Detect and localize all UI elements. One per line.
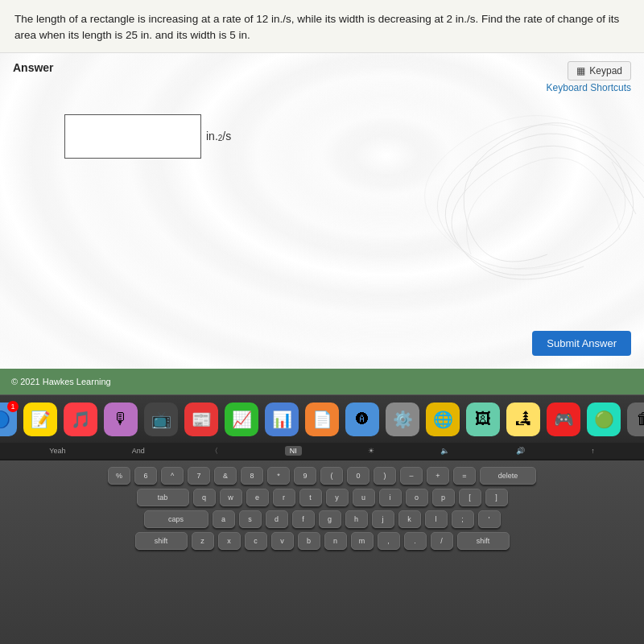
key-row-1: % 6 ^ 7 & 8 * 9 ( 0 ) – + = delete — [16, 467, 628, 485]
key-b[interactable]: b — [298, 532, 320, 550]
key-v[interactable]: v — [271, 532, 294, 550]
copyright-text: © 2021 Hawkes Learning — [11, 377, 111, 386]
keyboard: % 6 ^ 7 & 8 * 9 ( 0 ) – + = delete tab q… — [0, 460, 644, 644]
answer-input-box[interactable] — [64, 114, 201, 159]
key-row-3: caps a s d f g h j k l ; ' — [16, 510, 628, 528]
key-row-2: tab q w e r t y u i o p [ ] — [16, 489, 628, 506]
key-p[interactable]: p — [432, 489, 455, 506]
key-7[interactable]: 7 — [188, 467, 210, 485]
app-content: The length of a rectangle is increasing … — [0, 0, 644, 394]
key-lparen[interactable]: ( — [320, 467, 343, 485]
key-q[interactable]: q — [193, 489, 216, 506]
keyboard-shortcuts-link[interactable]: Keyboard Shortcuts — [547, 82, 631, 93]
tb-ni[interactable]: NI — [285, 446, 302, 456]
answer-label: Answer — [13, 61, 54, 74]
key-semi[interactable]: ; — [452, 510, 474, 528]
key-tab[interactable]: tab — [137, 489, 189, 506]
key-period[interactable]: . — [404, 532, 427, 550]
key-lbracket[interactable]: [ — [459, 489, 481, 506]
key-e[interactable]: e — [246, 489, 269, 506]
keypad-label: Keypad — [589, 65, 622, 76]
key-n[interactable]: n — [324, 532, 347, 550]
appstore-icon[interactable]: 🅐 — [345, 402, 379, 436]
key-shift-right[interactable]: shift — [457, 532, 510, 550]
key-plus[interactable]: + — [427, 467, 449, 485]
question-area: The length of a rectangle is increasing … — [0, 0, 644, 53]
key-a[interactable]: a — [213, 510, 235, 528]
key-dash[interactable]: – — [400, 467, 423, 485]
key-rbracket[interactable]: ] — [485, 489, 508, 506]
key-u[interactable]: u — [353, 489, 375, 506]
key-j[interactable]: j — [372, 510, 394, 528]
key-slash[interactable]: / — [431, 532, 453, 550]
key-k[interactable]: k — [398, 510, 421, 528]
key-6[interactable]: 6 — [134, 467, 157, 485]
key-amp[interactable]: & — [214, 467, 237, 485]
key-w[interactable]: w — [220, 489, 242, 506]
preview-icon[interactable]: 🖼 — [466, 402, 500, 436]
key-y[interactable]: y — [326, 489, 349, 506]
news-icon[interactable]: 📰 — [184, 402, 218, 436]
key-row-4: shift z x c v b n m , . / shift — [16, 532, 628, 550]
tb-arrow[interactable]: 〈 — [211, 446, 218, 456]
key-equals[interactable]: = — [453, 467, 476, 485]
key-c[interactable]: c — [245, 532, 267, 550]
stocks-icon[interactable]: 📈 — [225, 402, 258, 436]
tb-volume-down[interactable]: 🔈 — [440, 447, 449, 455]
key-comma[interactable]: , — [378, 532, 400, 550]
touch-bar: Yeah And 〈 NI ☀ 🔈 🔊 ↑ — [0, 443, 644, 459]
key-m[interactable]: m — [351, 532, 374, 550]
finder-icon[interactable]: 🔵 — [0, 402, 17, 436]
key-l[interactable]: l — [425, 510, 448, 528]
submit-button[interactable]: Submit Answer — [532, 331, 631, 356]
key-t[interactable]: t — [299, 489, 322, 506]
key-r[interactable]: r — [273, 489, 295, 506]
key-i[interactable]: i — [379, 489, 402, 506]
tb-arrow-up[interactable]: ↑ — [591, 447, 595, 455]
key-star[interactable]: * — [267, 467, 290, 485]
tb-and[interactable]: And — [132, 447, 145, 455]
key-8[interactable]: 8 — [241, 467, 263, 485]
key-f[interactable]: f — [292, 510, 315, 528]
key-rparen[interactable]: ) — [374, 467, 396, 485]
key-caps[interactable]: caps — [144, 510, 208, 528]
appletv-icon[interactable]: 📺 — [144, 402, 178, 436]
key-d[interactable]: d — [266, 510, 288, 528]
notes-icon[interactable]: 📝 — [23, 402, 57, 436]
key-z[interactable]: z — [192, 532, 214, 550]
key-h[interactable]: h — [345, 510, 368, 528]
tb-brightness[interactable]: ☀ — [368, 447, 374, 455]
keypad-icon: ▦ — [576, 65, 585, 76]
tb-yeah[interactable]: Yeah — [49, 447, 65, 455]
photos-icon[interactable]: 🏞 — [506, 402, 540, 436]
key-o[interactable]: o — [406, 489, 428, 506]
key-0[interactable]: 0 — [347, 467, 369, 485]
key-delete[interactable]: delete — [480, 467, 536, 485]
key-g[interactable]: g — [319, 510, 341, 528]
roblox-icon[interactable]: 🎮 — [547, 402, 580, 436]
circle-icon[interactable]: 🟢 — [587, 402, 621, 436]
pages-icon[interactable]: 📄 — [305, 402, 339, 436]
dock: 🔵 📝 🎵 🎙 📺 📰 📈 📊 📄 🅐 ⚙️ 🌐 🖼 🏞 🎮 🟢 🗑 — [0, 394, 644, 443]
key-9[interactable]: 9 — [294, 467, 316, 485]
chrome-icon[interactable]: 🌐 — [426, 402, 460, 436]
footer-bar: © 2021 Hawkes Learning — [0, 369, 644, 394]
input-area: in.2/s — [0, 98, 644, 175]
key-percent[interactable]: % — [108, 467, 130, 485]
tb-volume-up[interactable]: 🔊 — [516, 447, 525, 455]
right-controls: ▦ Keypad Keyboard Shortcuts — [547, 61, 631, 93]
unit-label: in.2/s — [206, 130, 231, 142]
settings-icon[interactable]: ⚙️ — [386, 402, 419, 436]
podcasts-icon[interactable]: 🎙 — [104, 402, 138, 436]
key-shift-left[interactable]: shift — [135, 532, 188, 550]
submit-area: Submit Answer — [532, 331, 631, 356]
key-x[interactable]: x — [218, 532, 241, 550]
answer-section: Answer ▦ Keypad Keyboard Shortcuts in.2/… — [0, 53, 644, 395]
key-caret[interactable]: ^ — [161, 467, 184, 485]
keypad-button[interactable]: ▦ Keypad — [568, 61, 631, 80]
keynote-icon[interactable]: 📊 — [265, 402, 299, 436]
trash-icon[interactable]: 🗑 — [627, 402, 644, 436]
key-s[interactable]: s — [239, 510, 262, 528]
key-quote[interactable]: ' — [478, 510, 501, 528]
music-icon[interactable]: 🎵 — [64, 402, 97, 436]
